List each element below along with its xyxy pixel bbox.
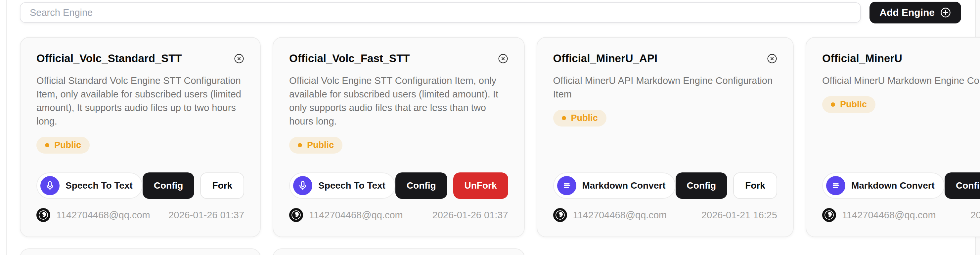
card-action-row: Markdown Convert Config Fork [822,173,980,199]
engine-title: Official_MinerU [822,52,902,65]
card-action-row: Speech To Text Config UnFork [289,173,508,199]
engine-grid: Official_Volc_Standard_STT Official Stan… [20,37,961,255]
engine-title: Official_MinerU_API [553,52,657,65]
owner-avatar-eagle-icon [822,208,836,222]
card-timestamp: 2026-01-21 16:25 [702,210,777,221]
engine-type-pill: Markdown Convert [822,173,945,199]
engine-toolbar: Add Engine [20,1,961,24]
engine-type-pill: Markdown Convert [553,173,676,199]
engine-type-label: Markdown Convert [851,181,935,191]
fork-button[interactable]: Fork [200,173,244,199]
add-engine-label: Add Engine [880,7,935,18]
markdown-lines-icon [557,176,576,195]
engine-type-pill: Speech To Text [289,173,395,199]
engine-card: Official_MinerU_API Official MinerU API … [537,37,794,237]
engine-title: Official_Volc_Fast_STT [289,52,410,65]
card-buttons: Config Fork [676,173,777,199]
close-circle-icon [498,54,508,64]
delete-engine-button[interactable] [767,54,777,64]
delete-engine-button[interactable] [234,54,244,64]
card-header: Official_Volc_Fast_STT [289,52,508,65]
card-timestamp: 2026-01-21 16:25 [970,210,980,221]
add-engine-button[interactable]: Add Engine [870,2,961,24]
engine-type-pill: Speech To Text [37,173,143,199]
card-footer: 1142704468@qq.com 2026-01-26 01:37 [289,208,508,222]
visibility-badge: Public [553,110,606,127]
engine-description: Official Volc Engine STT Configuration I… [289,74,508,128]
card-header: Official_MinerU_API [553,52,777,65]
card-action-row: Markdown Convert Config Fork [553,173,777,199]
card-buttons: Config Fork [143,173,244,199]
engine-title: Official_Volc_Standard_STT [37,52,182,65]
visibility-badge: Public [37,137,90,154]
engine-description: Official MinerU Markdown Engine Configur… [822,74,980,87]
close-circle-icon [767,54,777,64]
engine-card-partial [273,249,524,255]
card-timestamp: 2026-01-26 01:37 [169,210,244,221]
visibility-badge: Public [289,137,342,154]
badge-dot-icon [562,116,566,120]
plus-circle-icon [940,7,951,18]
card-footer: 1142704468@qq.com 2026-01-26 01:37 [37,208,244,222]
owner-avatar-eagle-icon [289,208,303,222]
badge-dot-icon [298,143,302,147]
visibility-label: Public [840,100,867,110]
config-button[interactable]: Config [676,173,727,199]
engine-description: Official MinerU API Markdown Engine Conf… [553,74,777,101]
badge-dot-icon [831,102,835,107]
owner-email: 1142704468@qq.com [56,210,150,221]
config-button[interactable]: Config [143,173,194,199]
owner-email: 1142704468@qq.com [309,210,403,221]
markdown-lines-icon [826,176,845,195]
delete-engine-button[interactable] [498,54,508,64]
owner-avatar-eagle-icon [553,208,567,222]
engine-card: Official_Volc_Standard_STT Official Stan… [20,37,261,237]
config-button[interactable]: Config [945,173,980,199]
card-header: Official_MinerU [822,52,980,65]
visibility-label: Public [307,140,334,150]
visibility-label: Public [571,113,598,123]
unfork-button[interactable]: UnFork [453,173,508,199]
engine-card: Official_Volc_Fast_STT Official Volc Eng… [273,37,524,237]
card-footer: 1142704468@qq.com 2026-01-21 16:25 [553,208,777,222]
left-panel-divider [6,0,6,255]
owner-avatar-eagle-icon [37,208,50,222]
engine-card-partial [20,249,261,255]
microphone-icon [40,176,60,195]
badge-dot-icon [45,143,49,147]
search-input[interactable] [20,2,861,23]
config-button[interactable]: Config [395,173,447,199]
visibility-badge: Public [822,96,875,113]
engine-type-label: Speech To Text [318,181,385,191]
engine-type-label: Speech To Text [65,181,133,191]
visibility-label: Public [54,140,81,150]
fork-button[interactable]: Fork [733,173,777,199]
microphone-icon [293,176,312,195]
engine-description: Official Standard Volc Engine STT Config… [37,74,244,128]
card-timestamp: 2026-01-26 01:37 [433,210,508,221]
card-header: Official_Volc_Standard_STT [37,52,244,65]
card-footer: 1142704468@qq.com 2026-01-21 16:25 [822,208,980,222]
card-buttons: Config UnFork [395,173,508,199]
owner-email: 1142704468@qq.com [842,210,936,221]
card-action-row: Speech To Text Config Fork [37,173,244,199]
engine-card: Official_MinerU Official MinerU Markdown… [806,37,980,237]
owner-email: 1142704468@qq.com [573,210,667,221]
close-circle-icon [234,54,244,64]
card-buttons: Config Fork [945,173,980,199]
engine-type-label: Markdown Convert [582,181,666,191]
